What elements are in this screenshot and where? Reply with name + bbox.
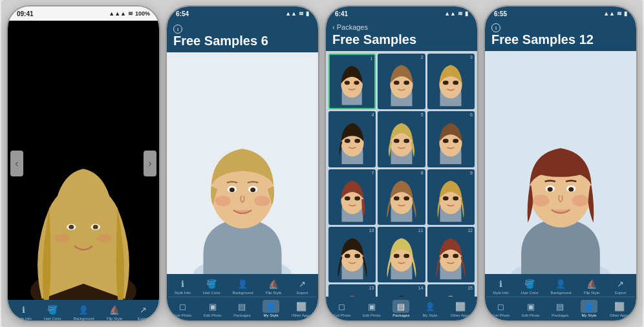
my-style-icon-s4: 👤: [581, 300, 597, 313]
svg-point-29: [453, 81, 459, 85]
background-btn-s1[interactable]: 👤 Background: [73, 303, 94, 321]
cell-num-14: 14: [418, 286, 424, 290]
other-apps-tab-s2[interactable]: ⬜ Other Apps: [292, 300, 311, 317]
svg-point-65: [453, 254, 459, 258]
hair-color-btn-s4[interactable]: 🪣 Hair Color: [521, 277, 539, 295]
flip-style-btn-s4[interactable]: ⛵ Flip Style: [583, 277, 600, 295]
chevron-left-btn[interactable]: ‹: [10, 151, 23, 176]
cell-num-5: 5: [421, 112, 424, 117]
screen4-header: i Free Samples 12: [485, 21, 636, 51]
svg-point-60: [394, 254, 400, 258]
hair-color-icon-s1: 🪣: [44, 303, 61, 316]
screen4-main: [485, 51, 636, 274]
hair-cell-12[interactable]: 12: [427, 227, 475, 282]
battery-icon-2: ▮: [306, 10, 309, 17]
hair-color-btn-s2[interactable]: 🪣 Hair Color: [203, 277, 220, 295]
cell-num-4: 4: [371, 112, 374, 117]
hair-cell-7[interactable]: 7: [328, 169, 376, 225]
edit-photo-icon-s4: ▣: [522, 300, 539, 313]
background-btn-s4[interactable]: 👤 Background: [550, 277, 571, 295]
edit-photo-icon-s3: ▣: [363, 300, 380, 313]
other-apps-icon-s4: ⬜: [611, 300, 628, 313]
edit-photo-tab-s3[interactable]: ▣ Edit Photo: [363, 300, 381, 317]
info-btn-s2[interactable]: i: [173, 25, 182, 34]
screen2-toolbar: ℹ Style Info 🪣 Hair Color 👤 Background ⛵…: [167, 274, 318, 321]
chevron-right-btn[interactable]: ›: [144, 151, 156, 176]
hair-cell-15[interactable]: 15: [427, 284, 475, 297]
hair-cell-9[interactable]: 9: [427, 169, 475, 225]
my-style-tab-s3[interactable]: 👤 My Style: [422, 300, 438, 317]
back-label[interactable]: Packages: [337, 23, 368, 31]
get-photo-tab-s2[interactable]: ◻ Get Photo: [174, 300, 191, 317]
hair-cell-10[interactable]: 10: [328, 227, 376, 282]
got-photo-label-s3: Got Photo: [333, 313, 350, 317]
hair-cell-5[interactable]: 5: [378, 111, 425, 167]
cell-num-1: 1: [370, 56, 372, 61]
style-info-btn-s2[interactable]: ℹ Style Info: [174, 277, 191, 295]
hair-cell-14[interactable]: 14: [378, 284, 425, 297]
other-apps-tab-s4[interactable]: ⬜ Other Apps: [610, 300, 629, 317]
toolbar-top-s4: ℹ Style Info 🪣 Hair Color 👤 Background ⛵…: [486, 277, 635, 295]
my-style-label-s4: My Style: [582, 313, 597, 317]
edit-photo-label-s3: Edit Photo: [363, 313, 381, 317]
info-btn-s4[interactable]: i: [491, 23, 500, 32]
cell-num-12: 12: [467, 228, 473, 233]
background-btn-s2[interactable]: 👤 Background: [232, 277, 253, 295]
get-photo-icon-s2: ◻: [175, 300, 191, 313]
my-style-icon-s3: 👤: [422, 300, 438, 313]
screenshots-container: 09:41 ▲▲▲ ≋ 100% i Female Extra 268/306 …: [1, 0, 643, 327]
packages-tab-s2[interactable]: ▤ Packages: [233, 300, 250, 317]
style-info-btn-s4[interactable]: ℹ Style Info: [492, 277, 509, 295]
other-apps-label-s2: Other Apps: [292, 313, 311, 317]
other-apps-tab-s3[interactable]: ⬜ Other Apps: [451, 300, 470, 317]
export-btn-s4[interactable]: ↗ Export: [612, 277, 629, 295]
phone-screen-2: 6:54 ▲▲ ≋ ▮ i Free Samples 6: [166, 5, 319, 322]
get-photo-label-s2: Get Photo: [174, 313, 191, 317]
woman-silhouette-s1: [8, 56, 159, 300]
svg-point-21: [354, 81, 360, 85]
style-info-btn-s1[interactable]: ℹ Style Info: [15, 303, 32, 321]
cell-num-15: 15: [467, 286, 473, 290]
screen3-toolbar: ◻ Got Photo ▣ Edit Photo ▤ Packages 👤 My…: [326, 297, 477, 321]
get-photo-tab-s4[interactable]: ◻ Get Photo: [492, 300, 510, 317]
background-icon-s4: 👤: [552, 277, 569, 290]
hair-cell-3[interactable]: 3: [427, 54, 475, 109]
flip-style-label-s4: Flip Style: [584, 291, 600, 295]
hair-cell-6[interactable]: 6: [427, 111, 475, 167]
toolbar-bottom-s3: ◻ Got Photo ▣ Edit Photo ▤ Packages 👤 My…: [327, 300, 476, 317]
flip-style-btn-s1[interactable]: ⛵ Flip Style: [106, 303, 123, 321]
packages-icon-s4: ▤: [552, 300, 568, 313]
hair-cell-11[interactable]: 11: [378, 227, 425, 282]
my-style-tab-s4[interactable]: 👤 My Style: [581, 300, 597, 317]
svg-point-33: [354, 138, 360, 143]
wifi-icon-3: ≋: [458, 10, 463, 17]
export-btn-s1[interactable]: ↗ Export: [135, 303, 152, 321]
hair-cell-2[interactable]: 2: [378, 54, 425, 109]
my-style-tab-s2[interactable]: 👤 My Style: [263, 300, 279, 317]
other-apps-label-s3: Other Apps: [451, 313, 470, 317]
back-chevron-icon: ‹: [332, 23, 335, 31]
got-photo-tab-s3[interactable]: ◻ Got Photo: [333, 300, 350, 317]
get-photo-icon-s4: ◻: [493, 300, 510, 313]
edit-photo-label-s4: Edit Photo: [522, 313, 540, 317]
hair-color-icon-s2: 🪣: [203, 277, 220, 290]
info-icon-s1[interactable]: i: [8, 21, 159, 32]
flip-style-btn-s2[interactable]: ⛵ Flip Style: [265, 277, 282, 295]
export-btn-s2[interactable]: ↗ Export: [294, 277, 311, 295]
packages-tab-s3[interactable]: ▤ Packages: [392, 300, 409, 317]
hair-color-btn-s1[interactable]: 🪣 Hair Color: [44, 303, 61, 321]
cell-num-9: 9: [470, 171, 473, 175]
my-style-icon-s2: 👤: [263, 300, 279, 313]
svg-point-40: [443, 138, 449, 143]
signal-icon: ▲▲▲: [109, 10, 126, 17]
edit-photo-tab-s2[interactable]: ▣ Edit Photo: [204, 300, 222, 317]
cell-num-6: 6: [470, 112, 473, 117]
packages-tab-s4[interactable]: ▤ Packages: [552, 300, 568, 317]
hair-cell-1[interactable]: 1: [328, 54, 376, 109]
hair-cell-4[interactable]: 4: [328, 111, 376, 167]
edit-photo-tab-s4[interactable]: ▣ Edit Photo: [522, 300, 540, 317]
hair-cell-8[interactable]: 8: [378, 169, 425, 225]
hair-color-label-s4: Hair Color: [521, 291, 539, 295]
hair-cell-13[interactable]: 13: [328, 284, 376, 297]
background-label-s1: Background: [73, 317, 94, 321]
